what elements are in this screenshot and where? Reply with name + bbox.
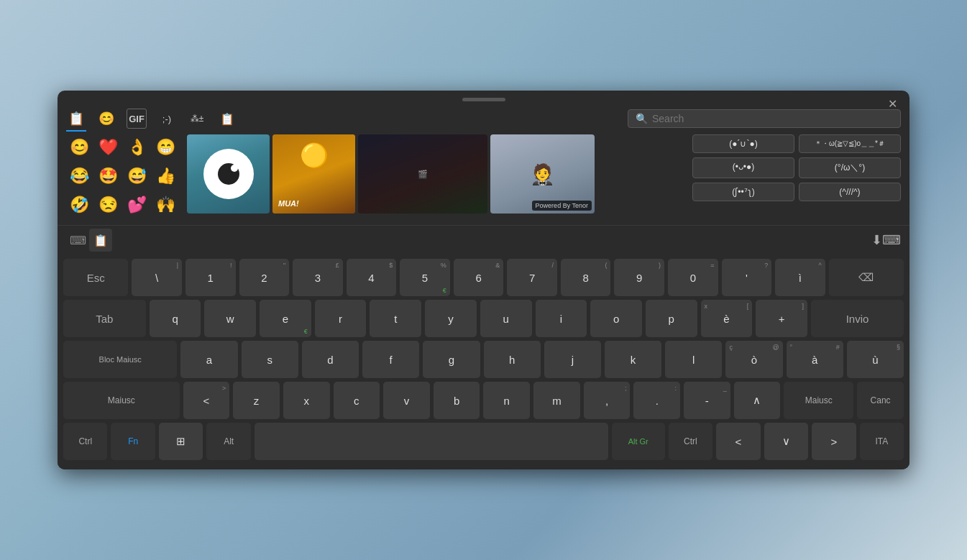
key-o[interactable]: o xyxy=(590,300,642,337)
key-v[interactable]: v xyxy=(383,382,430,419)
gif-tab-icon[interactable]: GIF xyxy=(127,109,147,129)
emoji-item[interactable]: 💕 xyxy=(124,192,150,218)
key-4[interactable]: $ 4 xyxy=(347,259,397,296)
key-8[interactable]: ( 8 xyxy=(561,259,611,296)
key-backslash[interactable]: | \ xyxy=(132,259,182,296)
emoji-item[interactable]: 🙌 xyxy=(152,192,178,218)
kaomoji-item[interactable]: (ʃ••⁷ʅ) xyxy=(692,183,794,201)
key-q[interactable]: q xyxy=(150,300,201,337)
emoji-item[interactable]: 😂 xyxy=(66,163,92,189)
key-5[interactable]: % 5 € xyxy=(400,259,450,296)
close-button[interactable]: ✕ xyxy=(884,95,901,112)
key-tab[interactable]: Tab xyxy=(63,300,146,337)
key-z[interactable]: z xyxy=(233,382,280,419)
key-i[interactable]: i xyxy=(536,300,587,337)
gif-item-4[interactable]: 🤵 Powered By Tenor xyxy=(490,134,595,214)
key-3[interactable]: £ 3 xyxy=(293,259,343,296)
history-tab-icon[interactable]: 📋 xyxy=(217,109,237,129)
gif-item-2[interactable]: 🟡 MUA! xyxy=(272,134,355,214)
key-shift-right[interactable]: Maiusc xyxy=(784,382,853,419)
key-apostrophe[interactable]: ? ' xyxy=(722,259,772,296)
key-9[interactable]: ) 9 xyxy=(614,259,664,296)
gif-item-3[interactable]: 🎬 xyxy=(358,134,487,214)
key-6[interactable]: & 6 xyxy=(454,259,504,296)
key-e[interactable]: € e xyxy=(260,300,311,337)
key-a[interactable]: a xyxy=(180,341,237,378)
key-g[interactable]: g xyxy=(423,341,480,378)
key-u[interactable]: u xyxy=(480,300,532,337)
key-ctrl-left[interactable]: Ctrl xyxy=(63,423,107,460)
key-minus[interactable]: _ - xyxy=(684,382,730,419)
clipboard-tab-icon[interactable]: 📋 xyxy=(66,109,86,129)
key-y[interactable]: y xyxy=(425,300,477,337)
key-2[interactable]: " 2 xyxy=(239,259,290,296)
key-arrow-left[interactable]: < xyxy=(716,423,760,460)
emoji-item[interactable]: 👍 xyxy=(152,163,178,189)
key-igrave[interactable]: ^ ì xyxy=(775,259,825,296)
key-h[interactable]: h xyxy=(484,341,541,378)
kaomoji-item[interactable]: (●´∪`●) xyxy=(692,134,794,153)
key-plus[interactable]: +] xyxy=(756,300,807,337)
emoji-item[interactable]: 🤩 xyxy=(95,163,121,189)
emoji-item[interactable]: 😊 xyxy=(66,134,92,160)
keyboard-settings-icon[interactable]: ⌨ xyxy=(66,229,89,252)
key-shift-left[interactable]: Maiusc xyxy=(63,382,180,419)
key-egrave[interactable]: x [ è xyxy=(701,300,753,337)
key-n[interactable]: n xyxy=(483,382,530,419)
key-alt-left[interactable]: Alt xyxy=(206,423,250,460)
key-windows[interactable]: ⊞ xyxy=(159,423,203,460)
keyboard-download-icon[interactable]: ⬇⌨ xyxy=(871,232,901,248)
key-agrave[interactable]: ° # à xyxy=(787,341,843,378)
key-j[interactable]: j xyxy=(544,341,601,378)
key-p[interactable]: p xyxy=(646,300,697,337)
key-c[interactable]: c xyxy=(334,382,380,419)
key-period[interactable]: : . xyxy=(633,382,680,419)
key-f[interactable]: f xyxy=(362,341,419,378)
key-ugrave[interactable]: § ù xyxy=(847,341,904,378)
special-chars-tab-icon[interactable]: ⁂± xyxy=(187,109,207,129)
key-m[interactable]: m xyxy=(533,382,580,419)
kaomoji-item[interactable]: (^///^) xyxy=(799,183,901,201)
key-delete[interactable]: Canc xyxy=(857,382,904,419)
search-input[interactable] xyxy=(652,113,893,124)
kaomoji-item[interactable]: ＊・ω(≧▽≦)o＿＿*＃ xyxy=(799,134,901,153)
key-l[interactable]: l xyxy=(665,341,722,378)
key-x[interactable]: x xyxy=(283,382,330,419)
key-language[interactable]: ITA xyxy=(860,423,904,460)
key-space[interactable] xyxy=(255,423,608,460)
key-fn[interactable]: Fn xyxy=(111,423,155,460)
key-arrow-right[interactable]: > xyxy=(812,423,856,460)
key-1[interactable]: ! 1 xyxy=(185,259,236,296)
key-caret[interactable]: ∧ xyxy=(734,382,781,419)
key-b[interactable]: b xyxy=(434,382,480,419)
clipboard-mode-icon[interactable]: 📋 xyxy=(89,229,112,252)
emoji-item[interactable]: ❤️ xyxy=(95,134,121,160)
drag-handle[interactable] xyxy=(462,98,505,101)
key-arrow-down[interactable]: ∨ xyxy=(764,423,808,460)
key-d[interactable]: d xyxy=(302,341,359,378)
key-k[interactable]: k xyxy=(605,341,661,378)
emoji-item[interactable]: 😁 xyxy=(152,134,178,160)
key-backspace[interactable]: ⌫ xyxy=(829,259,904,296)
key-comma[interactable]: ; , xyxy=(584,382,631,419)
emoji-item[interactable]: 👌 xyxy=(124,134,150,160)
kaomoji-item[interactable]: (•ᴗ•●) xyxy=(692,157,794,178)
key-r[interactable]: r xyxy=(315,300,367,337)
key-s[interactable]: s xyxy=(242,341,298,378)
kaomoji-tab-icon[interactable]: ;-) xyxy=(157,109,177,129)
kaomoji-item[interactable]: (°/ω＼°) xyxy=(799,157,901,178)
key-angle[interactable]: > < xyxy=(183,382,230,419)
key-t[interactable]: t xyxy=(370,300,421,337)
key-enter[interactable]: Invio xyxy=(811,300,904,337)
key-w[interactable]: w xyxy=(204,300,256,337)
key-ctrl-right[interactable]: Ctrl xyxy=(669,423,712,460)
key-7[interactable]: / 7 xyxy=(507,259,557,296)
emoji-tab-icon[interactable]: 😊 xyxy=(96,109,116,129)
key-alt-gr[interactable]: Alt Gr xyxy=(612,423,665,460)
key-esc[interactable]: Esc xyxy=(63,259,128,296)
emoji-item[interactable]: 😒 xyxy=(95,192,121,218)
emoji-item[interactable]: 🤣 xyxy=(66,192,92,218)
key-caps-lock[interactable]: Bloc Maiusc xyxy=(63,341,177,378)
key-0[interactable]: = 0 xyxy=(668,259,718,296)
key-ograve[interactable]: ç @ ò xyxy=(725,341,782,378)
